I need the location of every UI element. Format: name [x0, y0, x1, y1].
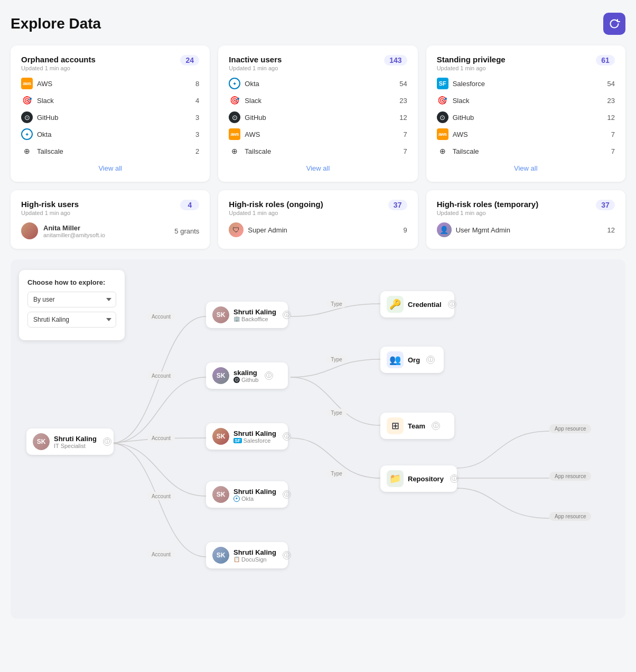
credential-icon: 🔑 [387, 296, 404, 313]
user-select[interactable]: Shruti Kaling Anita Miller [27, 312, 116, 328]
app-resource-pill-0: App resource [549, 424, 591, 433]
row-count: 5 grants [174, 227, 199, 235]
row-count: 9 [403, 226, 407, 234]
avatar-placeholder: SK [212, 367, 229, 384]
info-icon[interactable]: ⓘ [103, 437, 111, 446]
team-icon: ⊞ [387, 417, 404, 434]
card-title: High-risk roles (ongoing) [229, 200, 323, 209]
row-left: Anita Miller anitamiller@amitysoft.io [21, 222, 105, 239]
edge-label-type-3: Type [326, 470, 347, 478]
role-icon: 🛡 [229, 222, 244, 237]
card-title-group: Standing privilege Updated 1 min ago [437, 55, 506, 71]
row-left: ⊙ GitHub [229, 111, 266, 123]
service-name: Okta [37, 130, 51, 138]
account-name-3: Shruti Kaling [233, 488, 276, 496]
card-rows: aws AWS 8 🎯 Slack 4 ⊙ GitH [21, 78, 199, 157]
aws-icon: aws [437, 128, 448, 140]
row-left: 👤 User Mgmt Admin [437, 222, 510, 237]
credential-label: Credential [408, 301, 442, 309]
page-header: Explore Data [11, 13, 625, 35]
account-avatar-0: SK [212, 306, 229, 323]
high-risk-roles-ongoing-card: High-risk roles (ongoing) Updated 1 min … [218, 190, 417, 249]
card-subtitle: Updated 1 min ago [229, 65, 282, 71]
row-count: 7 [611, 130, 615, 138]
avatar-placeholder: SK [212, 547, 229, 564]
explore-by-select[interactable]: By user By role By service [27, 292, 116, 307]
user-avatar [21, 222, 38, 239]
avatar-placeholder: SK [33, 433, 50, 450]
info-icon[interactable]: ⓘ [450, 474, 459, 483]
account-avatar-4: SK [212, 547, 229, 564]
view-all-link[interactable]: View all [21, 164, 199, 172]
card-header: High-risk users Updated 1 min ago 4 [21, 200, 199, 216]
card-header: High-risk roles (ongoing) Updated 1 min … [229, 200, 407, 216]
info-icon[interactable]: ⓘ [283, 311, 291, 319]
card-subtitle: Updated 1 min ago [229, 210, 323, 216]
row-count: 12 [607, 114, 615, 122]
card-rows: 🛡 Super Admin 9 [229, 222, 407, 237]
info-icon[interactable]: ⓘ [432, 422, 440, 430]
card-subtitle: Updated 1 min ago [21, 65, 96, 71]
table-row: ✦ Okta 54 [229, 78, 407, 89]
row-left: ⊙ GitHub [21, 111, 58, 123]
view-all-link[interactable]: View all [229, 164, 407, 172]
card-title: Standing privilege [437, 55, 506, 64]
card-title: Orphaned accounts [21, 55, 96, 64]
standing-privilege-card: Standing privilege Updated 1 min ago 61 … [426, 45, 625, 182]
table-row: Anita Miller anitamiller@amitysoft.io 5 … [21, 222, 199, 239]
table-row: 👤 User Mgmt Admin 12 [437, 222, 615, 237]
info-icon[interactable]: ⓘ [448, 300, 456, 309]
table-row: ⊙ GitHub 3 [21, 111, 199, 123]
card-header: Inactive users Updated 1 min ago 143 [229, 55, 407, 71]
refresh-button[interactable] [603, 13, 625, 35]
account-service-2: SF Salesforce [233, 437, 276, 444]
table-row: ✦ Okta 3 [21, 128, 199, 140]
card-count-badge: 24 [180, 55, 199, 66]
row-left: ⊕ Tailscale [229, 145, 271, 157]
card-rows: ✦ Okta 54 🎯 Slack 23 ⊙ GitHub [229, 78, 407, 157]
row-left: aws AWS [21, 78, 52, 89]
card-count-badge: 61 [596, 55, 615, 66]
card-header: High-risk roles (temporary) Updated 1 mi… [437, 200, 615, 216]
service-name: AWS [245, 130, 260, 138]
row-count: 23 [399, 97, 407, 105]
team-label: Team [408, 422, 425, 430]
account-node-4: SK Shruti Kaling 📋 DocuSign ⓘ [206, 542, 288, 568]
tailscale-icon: ⊕ [229, 145, 240, 157]
inactive-users-card: Inactive users Updated 1 min ago 143 ✦ O… [218, 45, 417, 182]
card-subtitle: Updated 1 min ago [21, 210, 79, 216]
edge-label-account-4: Account [147, 550, 175, 558]
row-count: 3 [195, 130, 199, 138]
table-row: aws AWS 7 [437, 128, 615, 140]
explorer-section: Account Account Account Account Account … [11, 259, 625, 619]
view-all-link[interactable]: View all [437, 164, 615, 172]
row-left: ⊕ Tailscale [437, 145, 479, 157]
account-node-2: SK Shruti Kaling SF Salesforce ⓘ [206, 423, 288, 450]
account-name-0: Shruti Kaling [233, 308, 276, 316]
card-rows: SF Salesforce 54 🎯 Slack 23 ⊙ GitHub [437, 78, 615, 157]
account-service-0: 🏢 Backoffice [233, 316, 276, 322]
row-count: 54 [607, 80, 615, 88]
org-label: Org [408, 356, 420, 364]
row-count: 7 [403, 147, 407, 155]
account-node-0: SK Shruti Kaling 🏢 Backoffice ⓘ [206, 302, 288, 328]
info-icon[interactable]: ⓘ [283, 551, 291, 559]
card-rows: Anita Miller anitamiller@amitysoft.io 5 … [21, 222, 199, 239]
card-header: Standing privilege Updated 1 min ago 61 [437, 55, 615, 71]
info-icon[interactable]: ⓘ [283, 432, 291, 441]
row-left: ⊕ Tailscale [21, 145, 63, 157]
info-icon[interactable]: ⓘ [426, 356, 435, 364]
okta-icon: ✦ [21, 128, 33, 140]
account-name-1: skaling [233, 369, 258, 377]
role-icon: 👤 [437, 222, 452, 237]
row-count: 3 [195, 114, 199, 122]
service-name: Okta [245, 80, 259, 88]
row-left: 🎯 Slack [21, 95, 54, 106]
info-icon[interactable]: ⓘ [265, 371, 273, 380]
info-icon[interactable]: ⓘ [283, 490, 291, 499]
resource-team-node: ⊞ Team ⓘ [380, 413, 454, 439]
card-title: High-risk roles (temporary) [437, 200, 539, 209]
app-resource-pill-1: App resource [549, 472, 591, 481]
account-avatar-2: SK [212, 428, 229, 445]
row-left: aws AWS [229, 128, 260, 140]
